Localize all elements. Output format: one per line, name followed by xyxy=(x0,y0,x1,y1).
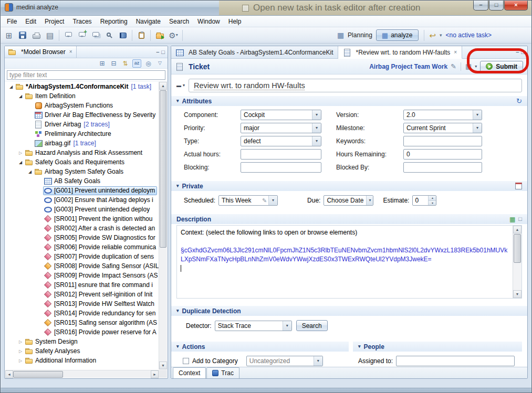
tree-expander[interactable] xyxy=(7,84,15,89)
update-attributes-icon[interactable] xyxy=(516,98,522,104)
estimate-spinner[interactable]: 0 xyxy=(412,195,436,206)
scrollbar-thumb[interactable] xyxy=(13,371,63,378)
section-twistie-icon[interactable] xyxy=(176,99,179,103)
tree-item[interactable]: [G003] Prevent unintended deploy xyxy=(5,205,159,214)
section-twistie-icon[interactable] xyxy=(176,309,179,313)
tree-item[interactable]: [SR011] esnure that fire command i xyxy=(5,280,159,290)
keywords-input[interactable] xyxy=(403,136,482,146)
preview-icon[interactable] xyxy=(509,216,515,222)
combo-arrow-icon[interactable] xyxy=(312,136,321,146)
milestone-combo[interactable]: Current Sprint xyxy=(403,123,482,133)
vertical-scrollbar[interactable] xyxy=(159,82,167,369)
tools-icon[interactable] xyxy=(167,29,180,41)
close-tab-icon[interactable] xyxy=(454,50,457,55)
summary-input[interactable]: Review wrt. to random HW-faults xyxy=(189,79,522,92)
collapse-all-icon[interactable] xyxy=(109,59,118,68)
hours-remaining-input[interactable] xyxy=(403,149,482,160)
link-with-editor-icon[interactable] xyxy=(121,59,130,68)
combo-arrow-icon[interactable] xyxy=(312,123,321,133)
tree-item[interactable]: [SR016] Provide power reserve for A xyxy=(5,327,159,337)
close-button[interactable] xyxy=(504,0,528,10)
maximize-editor-icon[interactable] xyxy=(521,49,525,55)
blocked-by-input[interactable] xyxy=(403,162,482,173)
combo-arrow-icon[interactable] xyxy=(473,110,482,120)
calendar-icon[interactable] xyxy=(515,183,522,189)
tree-item[interactable]: [SR007] Provide duplication of sens xyxy=(5,252,159,261)
new-icon[interactable] xyxy=(3,29,15,41)
detector-combo[interactable]: Stack Trace xyxy=(215,321,292,331)
actions-section-header[interactable]: Actions xyxy=(171,342,349,352)
minimize-view-icon[interactable] xyxy=(156,49,159,55)
tree-item[interactable]: [SR001] Prevent the ignition withou xyxy=(5,214,159,224)
tab-review-task[interactable]: *Review wrt. to random HW-faults xyxy=(338,46,462,59)
tree-item[interactable]: airbag.gif[1 trace] xyxy=(5,139,159,148)
scroll-up-icon[interactable] xyxy=(159,82,167,90)
library-icon[interactable] xyxy=(117,29,129,41)
expand-all-icon[interactable] xyxy=(98,59,107,68)
combo-arrow-icon[interactable] xyxy=(473,123,482,133)
paste-icon[interactable] xyxy=(135,29,148,41)
tab-ab-safety-goals[interactable]: AB Safety Goals - AirbagSystem1.4Conform… xyxy=(171,46,338,58)
blocking-input[interactable] xyxy=(241,162,321,173)
private-section-header[interactable]: Private xyxy=(171,181,527,191)
section-twistie-icon[interactable] xyxy=(176,184,179,188)
tree-item[interactable]: Driver Airbag[2 traces] xyxy=(5,120,159,129)
tree-expander[interactable] xyxy=(17,94,24,99)
tree-expander[interactable] xyxy=(26,169,34,174)
tree-item[interactable]: [SR005] Provide SW Diagnostics for xyxy=(5,233,159,242)
component-combo[interactable]: Cockpit xyxy=(241,110,321,120)
edit-pencil-icon[interactable] xyxy=(451,63,456,70)
menu-traces[interactable]: Traces xyxy=(68,16,96,27)
horizontal-scrollbar[interactable] xyxy=(5,370,159,378)
tree-item[interactable]: System Design xyxy=(5,337,159,346)
close-view-icon[interactable] xyxy=(69,49,72,55)
model-browser-tab[interactable]: *Model Browser xyxy=(5,46,77,58)
tree-item[interactable]: Driver Air Bag Effectiveness by Severity xyxy=(5,110,159,120)
scroll-down-icon[interactable] xyxy=(159,362,167,369)
people-section-header[interactable]: People xyxy=(353,342,522,352)
header-dropdown-icon[interactable] xyxy=(475,65,477,69)
maximize-button[interactable] xyxy=(489,0,504,10)
analyze-perspective-button[interactable]: analyze xyxy=(376,29,419,41)
combo-arrow-icon[interactable] xyxy=(314,356,322,366)
menu-search[interactable]: Search xyxy=(165,16,193,27)
version-combo[interactable]: 2.0 xyxy=(403,110,482,120)
maximize-view-icon[interactable] xyxy=(161,49,165,55)
tree-item[interactable]: [SR009] Provide Impact Sensors (AS xyxy=(5,271,159,280)
menu-window[interactable]: Window xyxy=(193,16,224,27)
priority-combo[interactable]: major xyxy=(241,123,321,133)
filter-input[interactable] xyxy=(7,70,165,80)
tree-item[interactable]: AirbagSystem Functions xyxy=(5,101,159,110)
tab-context[interactable]: Context xyxy=(173,367,206,378)
combo-arrow-icon[interactable] xyxy=(312,110,321,120)
planning-perspective-icon[interactable] xyxy=(337,31,344,39)
scheduled-combo[interactable]: This Week xyxy=(218,195,278,206)
tree-item[interactable]: *AirbagSystem1.4ConformanceKit[1 task] xyxy=(5,82,159,91)
save-icon[interactable] xyxy=(16,29,29,41)
tree-expander[interactable] xyxy=(17,151,24,155)
tree-item[interactable]: [SR013] Provide HW Selftest Watch xyxy=(5,299,159,309)
tab-trac[interactable]: Trac xyxy=(206,367,239,378)
review-icon[interactable] xyxy=(103,29,116,41)
section-twistie-icon[interactable] xyxy=(176,344,179,349)
assigned-to-input[interactable] xyxy=(396,356,515,366)
description-textarea[interactable]: Context: (select the following links to … xyxy=(176,225,522,299)
summary-menu-button[interactable] xyxy=(176,83,185,88)
team-link[interactable]: Airbag Project Team Work xyxy=(369,63,447,70)
scrollbar-thumb[interactable] xyxy=(514,234,521,263)
print-icon[interactable] xyxy=(30,29,43,41)
tree-item[interactable]: [SR015] Safing sensor algorithm (AS xyxy=(5,318,159,327)
description-link[interactable]: §cGxhdGZvcm06L3Jlc291cmNlL0FpcmJhZ1N5c3R… xyxy=(181,246,509,264)
tree-item[interactable]: Additional Information xyxy=(5,356,159,365)
search-button[interactable]: Search xyxy=(296,320,328,331)
menu-file[interactable]: File xyxy=(3,16,21,27)
back-arrow-icon[interactable] xyxy=(430,31,436,39)
comment-icon[interactable] xyxy=(62,29,75,41)
attributes-section-header[interactable]: Attributes xyxy=(171,96,527,106)
focus-task-icon[interactable] xyxy=(144,59,153,68)
tree-item[interactable]: Hazard Analysis and Risk Assessment xyxy=(5,148,159,157)
scroll-left-icon[interactable] xyxy=(5,370,13,378)
tree-item[interactable]: [SR002] After a crash is detected an xyxy=(5,224,159,233)
actual-hours-input[interactable] xyxy=(241,149,321,160)
tree-item[interactable]: Item Definition xyxy=(5,91,159,101)
